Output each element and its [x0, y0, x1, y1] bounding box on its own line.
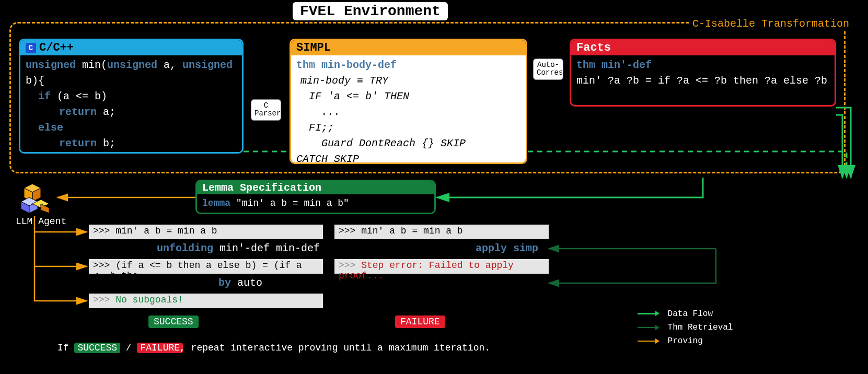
arrow-icon [638, 327, 658, 328]
trace-left-state2: >>> (if a <= b then a else b) = (if a <=… [89, 259, 323, 274]
trace-right-state1: >>> min' a b = min a b [334, 225, 549, 239]
t: a; [97, 106, 115, 118]
panel-simpl-head: SIMPL [291, 40, 526, 55]
t: b; [97, 137, 115, 149]
trace-right-step1: apply simp [476, 242, 538, 254]
kw-lemma: lemma [202, 198, 230, 208]
llm-agent-label: LLM Agent [16, 216, 66, 227]
t: IF 'a <= b' THEN [296, 89, 520, 104]
panel-lemma-title: Lemma Specification [202, 182, 321, 194]
arrow-icon [638, 313, 658, 314]
panel-facts-head: Facts [571, 40, 835, 55]
panel-facts-title: Facts [576, 41, 611, 54]
t: min' ?a ?b = if ?a <= ?b then ?a else ?b [576, 73, 829, 89]
t: ... [296, 104, 520, 120]
panel-facts-body: thm min'-def min' ?a ?b = if ?a <= ?b th… [571, 55, 835, 91]
trace-left-state1: >>> min' a b = min a b [89, 225, 323, 239]
t: Proving [668, 336, 703, 346]
panel-facts: Facts thm min'-def min' ?a ?b = if ?a <=… [570, 39, 836, 107]
env-title: FVEL Environment [293, 2, 448, 20]
t: If [57, 343, 74, 353]
badge-success-inline: SUCCESS [74, 343, 120, 353]
kw-return: return [59, 106, 97, 118]
panel-lemma-body: lemma "min' a b = min a b" [197, 194, 434, 213]
panel-simpl: SIMPL thm min-body-def min-body ≡ TRY IF… [290, 39, 527, 164]
trace-left-step1: unfolding min'-def min-def [157, 242, 320, 254]
t: Data Flow [668, 309, 713, 319]
legend-thm-retrieval: Thm Retrieval [638, 323, 733, 332]
t: auto [231, 277, 262, 289]
kw-unsigned: unsigned [107, 59, 157, 71]
panel-lemma-head: Lemma Specification [197, 181, 434, 194]
kw-unsigned: unsigned [26, 59, 76, 71]
trace-left-step2: by auto [218, 277, 262, 289]
t: min( [76, 59, 107, 71]
panel-ccpp-head: C C/C++ [20, 40, 242, 55]
t: a, [157, 59, 182, 71]
prompt: >>> [339, 260, 361, 271]
trace-right-state2: >>> Step error: Failed to apply proof... [334, 259, 549, 274]
t: CATCH SKIP [296, 151, 520, 164]
badge-failure: FAILURE [395, 315, 445, 328]
t: (a <= b) [51, 90, 107, 102]
t: "min' a b = min a b" [236, 198, 349, 208]
t: min-body ≡ TRY [296, 73, 520, 89]
t: Thm Retrieval [668, 323, 733, 332]
kw: unfolding [157, 242, 213, 254]
label-autocorres: Auto-Corres [533, 59, 563, 80]
label-c-parser: CParser [251, 99, 281, 121]
kw-else: else [38, 122, 63, 134]
panel-ccpp-body: unsigned min(unsigned a, unsigned b){ if… [20, 55, 242, 154]
c-isabelle-label: C-Isabelle Transformation [690, 18, 851, 30]
footer-note: If SUCCESS / FAILURE [57, 343, 183, 353]
kw: by [218, 277, 231, 289]
t: FI;; [296, 120, 520, 136]
prompt: >>> [93, 295, 115, 305]
panel-ccpp: C C/C++ unsigned min(unsigned a, unsigne… [19, 39, 244, 154]
kw-return: return [59, 137, 97, 149]
badge-failure-inline: FAILURE [137, 343, 183, 353]
t: min'-def min-def [213, 242, 320, 254]
panel-lemma: Lemma Specification lemma "min' a b = mi… [195, 180, 436, 214]
t: b){ [26, 75, 44, 87]
badge-success: SUCCESS [148, 315, 199, 328]
error-text: Step error: Failed to apply proof... [339, 260, 514, 281]
success-text: No subgoals! [115, 295, 183, 305]
cpp-icon: C [26, 43, 36, 53]
cubes-icon [17, 183, 54, 214]
panel-simpl-title: SIMPL [296, 41, 331, 54]
legend-data-flow: Data Flow [638, 309, 713, 319]
trace-left-state3: >>> No subgoals! [89, 294, 323, 308]
kw-if: if [38, 90, 51, 102]
panel-ccpp-title: C/C++ [39, 41, 74, 54]
t: Guard DontReach {} SKIP [296, 136, 520, 151]
footer-note-tail: , repeat interactive proving until a max… [180, 343, 490, 353]
panel-simpl-body: thm min-body-def min-body ≡ TRY IF 'a <=… [291, 55, 526, 164]
legend-proving: Proving [638, 336, 703, 346]
thm-line: thm min-body-def [296, 57, 520, 73]
kw-unsigned: unsigned [182, 59, 233, 71]
thm-line: thm min'-def [576, 57, 829, 73]
arrow-icon [638, 341, 658, 342]
